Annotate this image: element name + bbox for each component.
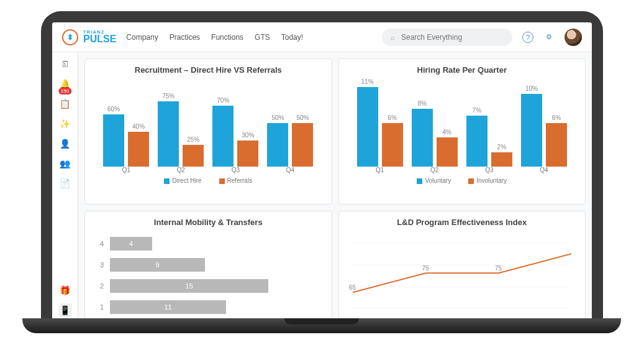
- sidebar-network-icon[interactable]: ✨: [58, 117, 72, 131]
- help-icon[interactable]: ?: [522, 32, 533, 43]
- card-mobility: Internal Mobility & Transfers 4439215111…: [84, 211, 332, 322]
- chart-title: L&D Program Effectiveness Index: [347, 218, 578, 227]
- bar: [491, 152, 512, 167]
- axis-label: 1: [95, 303, 104, 311]
- search-input[interactable]: [400, 32, 504, 42]
- card-recruitment: Recruitment – Direct Hire VS Referrals 6…: [84, 58, 332, 205]
- data-label: 6%: [552, 114, 561, 121]
- axis-label: Q3: [462, 167, 517, 173]
- data-label: 75: [422, 265, 429, 272]
- logo-badge-icon: ⬍: [62, 29, 78, 45]
- axis-label: Q1: [353, 167, 407, 173]
- data-label: 60%: [107, 106, 120, 113]
- nav-company[interactable]: Company: [126, 33, 158, 42]
- sidebar-org-icon[interactable]: 👥: [58, 157, 72, 170]
- bar: [437, 137, 458, 167]
- nav-gts[interactable]: GTS: [255, 33, 270, 42]
- search-box[interactable]: ⌕: [382, 29, 512, 46]
- data-label: 8%: [417, 100, 426, 107]
- bar: [466, 116, 488, 167]
- axis-label: Q4: [517, 167, 571, 173]
- chart-title: Recruitment – Direct Hire VS Referrals: [93, 65, 324, 75]
- bar: [292, 123, 313, 167]
- axis-label: 3: [95, 261, 104, 269]
- bar: [412, 109, 433, 167]
- notification-badge: 150: [58, 88, 71, 94]
- axis-label: Q3: [208, 167, 263, 173]
- data-label: 75%: [162, 93, 175, 99]
- legend-item: Voluntary: [417, 177, 451, 184]
- data-label: 7%: [473, 107, 481, 114]
- bar: [128, 132, 149, 167]
- bar: [382, 123, 403, 167]
- sidebar-notifications-icon[interactable]: 🔔150: [58, 77, 72, 91]
- axis-label: Q1: [99, 167, 153, 173]
- laptop-base: [22, 318, 621, 333]
- axis-label: 4: [95, 240, 104, 247]
- axis-label: Q4: [263, 167, 317, 173]
- nav-functions[interactable]: Functions: [211, 33, 243, 42]
- data-label: 70%: [217, 97, 229, 104]
- bar: [267, 123, 288, 167]
- axis-label: Q2: [153, 167, 208, 173]
- data-label: 30%: [242, 132, 254, 139]
- data-label: 2%: [497, 144, 506, 150]
- nav-today[interactable]: Today!: [281, 33, 303, 42]
- sidebar-tasks-icon[interactable]: 📋: [58, 97, 72, 111]
- data-label: 50%: [271, 114, 284, 121]
- chart-title: Hiring Rate Per Quarter: [347, 65, 578, 75]
- sidebar-gift-icon[interactable]: 🎁: [58, 283, 72, 297]
- bar: 11: [110, 300, 226, 314]
- card-ld-index: L&D Program Effectiveness Index 657575 2…: [338, 211, 586, 322]
- data-label: 10%: [525, 85, 538, 92]
- data-label: 25%: [187, 136, 199, 143]
- bar: 9: [110, 258, 205, 272]
- logo-big: PULSE: [83, 34, 116, 44]
- avatar[interactable]: [565, 29, 582, 46]
- settings-icon[interactable]: ⚙: [543, 32, 555, 43]
- sidebar-calendar-icon[interactable]: 🗓: [58, 57, 72, 71]
- axis-label: Q2: [407, 167, 462, 173]
- sidebar-profile-icon[interactable]: 👤: [58, 137, 72, 150]
- legend-item: Direct Hire: [164, 177, 201, 184]
- bar: 15: [110, 279, 268, 293]
- bar: [103, 114, 124, 167]
- bar: [183, 145, 204, 167]
- data-label: 6%: [388, 114, 396, 121]
- data-label: 4%: [442, 129, 451, 136]
- data-label: 40%: [132, 123, 145, 130]
- sidebar-mobile-icon[interactable]: 📱: [58, 303, 72, 317]
- data-label: 11%: [361, 78, 374, 85]
- bar: 4: [110, 237, 152, 251]
- bar: [237, 140, 258, 167]
- card-hiring-rate: Hiring Rate Per Quarter 11%6%8%4%7%2%10%…: [338, 58, 586, 205]
- sidebar-doc-icon[interactable]: 📄: [58, 177, 72, 190]
- bar: [546, 123, 567, 167]
- search-icon: ⌕: [391, 34, 395, 41]
- data-label: 50%: [296, 114, 309, 121]
- bar: [521, 94, 542, 167]
- bar: [357, 87, 378, 167]
- legend-item: Involuntary: [468, 177, 507, 184]
- bar: [158, 101, 179, 167]
- axis-label: 2: [95, 282, 104, 290]
- legend-item: Referrals: [219, 177, 253, 184]
- nav-practices[interactable]: Practices: [170, 33, 200, 42]
- data-label: 65: [349, 284, 356, 291]
- data-label: 75: [495, 265, 502, 272]
- chart-title: Internal Mobility & Transfers: [93, 218, 324, 227]
- app-logo[interactable]: ⬍ TRIANZ PULSE: [62, 29, 116, 45]
- bar: [212, 106, 234, 167]
